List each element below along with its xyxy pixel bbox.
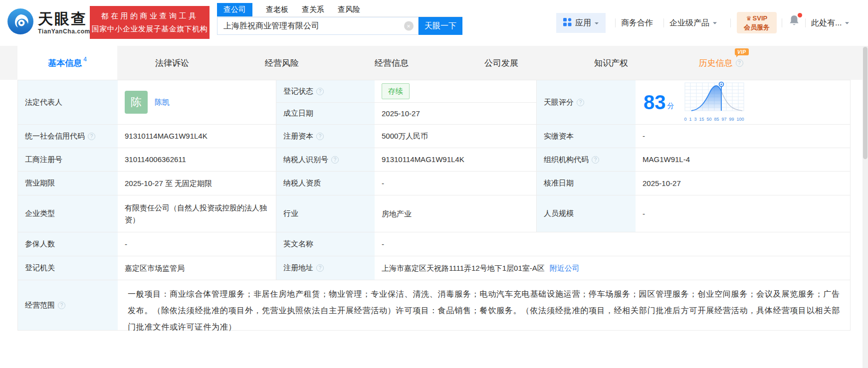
- clear-search-icon[interactable]: [404, 21, 414, 31]
- field-reg-number-value: 310114006362611: [118, 148, 276, 172]
- svip-membership-badge[interactable]: ♛SVIP 会员服务: [737, 12, 777, 33]
- field-est-date-value: 2025-10-27: [375, 103, 537, 125]
- search-button[interactable]: 天眼一下: [419, 17, 462, 35]
- help-icon[interactable]: [331, 156, 339, 164]
- basic-info-table: 法定代表人 陈 陈凯 登记状态 存续 成立日期 2025-10-27 天眼评分 …: [17, 80, 851, 331]
- field-reg-authority-label: 登记机关: [18, 256, 118, 280]
- company-nav-tabs: 基本信息 4 法律诉讼 经营风险 经营信息 公司发展 知识产权 历史信息 VIP: [0, 46, 868, 80]
- logo-domain: TianYanCha.com: [38, 28, 90, 35]
- nearby-companies-link[interactable]: 附近公司: [550, 262, 580, 274]
- vip-badge: VIP: [735, 48, 749, 55]
- logo-title: 天眼查: [38, 10, 90, 27]
- field-taxpayer-id-label: 纳税人识别号: [276, 148, 375, 172]
- field-business-scope-label: 经营范围: [18, 280, 118, 331]
- field-approval-date-value: 2025-10-27: [636, 172, 850, 195]
- user-account-menu[interactable]: 此处有...: [811, 18, 849, 28]
- field-taxpayer-quality-label: 纳税人资质: [276, 172, 375, 195]
- field-reg-status-label: 登记状态: [276, 80, 375, 103]
- field-insured-count-label: 参保人数: [18, 232, 118, 256]
- field-org-code-value: MAG1W91L-4: [636, 148, 850, 172]
- field-reg-address-value: 上海市嘉定区天祝路1111弄12号地下1层01室-A区 附近公司: [375, 256, 850, 280]
- field-biz-term-label: 营业期限: [18, 172, 118, 195]
- svip-sublabel: 会员服务: [737, 23, 777, 32]
- tab-operation-info[interactable]: 经营信息: [337, 46, 446, 80]
- tianyancha-logo[interactable]: 天眼查 TianYanCha.com: [7, 8, 90, 36]
- basic-info-count: 4: [83, 56, 87, 63]
- score-distribution-chart[interactable]: 0131550859799100: [684, 81, 744, 123]
- tab-legal-litigation[interactable]: 法律诉讼: [117, 46, 227, 80]
- field-taxpayer-quality-value: -: [375, 172, 537, 195]
- field-reg-capital-label: 注册资本: [276, 125, 375, 148]
- help-icon[interactable]: [88, 133, 95, 140]
- search-tab-company[interactable]: 查公司: [217, 3, 252, 16]
- search-tab-risk[interactable]: 查风险: [338, 3, 360, 16]
- field-company-type-value: 有限责任公司（自然人投资或控股的法人独资）: [118, 195, 276, 232]
- field-company-type-label: 企业类型: [18, 195, 118, 232]
- search-area: 查公司 查老板 查关系 查风险 天眼一下: [217, 2, 462, 35]
- divider: [805, 18, 806, 27]
- help-icon[interactable]: [592, 156, 599, 164]
- help-icon[interactable]: [577, 99, 584, 106]
- status-badge: 存续: [382, 83, 410, 99]
- apps-label: 应用: [575, 18, 591, 28]
- tab-company-development[interactable]: 公司发展: [446, 46, 556, 80]
- field-industry-value: 房地产业: [375, 195, 537, 232]
- score-number: 83: [644, 92, 666, 112]
- promo-banner: 都在用的商业查询工具 国家中小企业发展子基金旗下机构: [90, 6, 210, 39]
- enterprise-products-menu[interactable]: 企业级产品: [669, 18, 717, 28]
- crown-icon: ♛: [746, 15, 752, 22]
- tab-operation-risk[interactable]: 经营风险: [227, 46, 337, 80]
- help-icon[interactable]: [316, 88, 324, 95]
- search-tab-boss[interactable]: 查老板: [266, 3, 288, 16]
- help-icon[interactable]: [316, 264, 324, 272]
- banner-line1: 都在用的商业查询工具: [101, 11, 199, 21]
- field-paid-capital-value: -: [636, 125, 850, 148]
- field-est-date-label: 成立日期: [276, 103, 375, 125]
- field-score-value: 83 分: [636, 80, 850, 125]
- search-tabs: 查公司 查老板 查关系 查风险: [217, 2, 462, 17]
- score-axis-ticks: 0131550859799100: [684, 116, 744, 123]
- field-paid-capital-label: 实缴资本: [537, 125, 636, 148]
- scrollbar[interactable]: [863, 46, 868, 368]
- banner-line2: 国家中小企业发展子基金旗下机构: [92, 24, 208, 34]
- legal-rep-name-link[interactable]: 陈凯: [155, 96, 170, 108]
- help-icon[interactable]: [316, 133, 324, 140]
- search-input[interactable]: [217, 17, 418, 34]
- divider: [663, 18, 664, 27]
- field-industry-label: 行业: [276, 195, 375, 232]
- field-credit-code-value: 91310114MAG1W91L4K: [118, 125, 276, 148]
- chevron-down-icon: [713, 22, 717, 26]
- field-english-name-label: 英文名称: [276, 232, 375, 256]
- chevron-down-icon: [595, 22, 599, 26]
- svip-label: SVIP: [753, 14, 768, 22]
- legal-rep-avatar[interactable]: 陈: [125, 91, 148, 114]
- notification-bell-icon[interactable]: [788, 14, 801, 29]
- divider: [782, 18, 782, 27]
- field-business-scope-value: 一般项目：商业综合体管理服务；非居住房地产租赁；物业管理；专业保洁、清洗、消毒服…: [118, 280, 850, 331]
- search-tab-relation[interactable]: 查关系: [302, 3, 324, 16]
- apps-grid-icon: [563, 18, 572, 28]
- field-reg-capital-value: 5000万人民币: [375, 125, 537, 148]
- tab-history-info[interactable]: 历史信息 VIP: [666, 46, 776, 80]
- field-reg-address-label: 注册地址: [276, 256, 375, 280]
- field-org-code-label: 组织机构代码: [537, 148, 636, 172]
- field-credit-code-label: 统一社会信用代码: [18, 125, 118, 148]
- field-legal-rep-label: 法定代表人: [18, 80, 118, 125]
- field-legal-rep-value: 陈 陈凯: [118, 80, 276, 125]
- tianyancha-logo-icon: [7, 8, 33, 36]
- help-icon[interactable]: [736, 59, 743, 67]
- field-insured-count-value: -: [118, 232, 276, 256]
- apps-menu[interactable]: 应用: [556, 13, 606, 33]
- field-staff-size-value: -: [636, 195, 850, 232]
- business-cooperation-link[interactable]: 商务合作: [621, 18, 653, 28]
- help-icon[interactable]: [58, 302, 65, 309]
- divider: [615, 18, 616, 27]
- tab-intellectual-property[interactable]: 知识产权: [556, 46, 666, 80]
- field-reg-authority-value: 嘉定区市场监管局: [118, 256, 276, 280]
- divider: [730, 18, 731, 27]
- tab-basic-info[interactable]: 基本信息 4: [17, 46, 117, 80]
- field-english-name-value: -: [375, 232, 850, 256]
- scrollbar-thumb[interactable]: [863, 47, 868, 159]
- score-unit: 分: [667, 101, 674, 112]
- field-reg-number-label: 工商注册号: [18, 148, 118, 172]
